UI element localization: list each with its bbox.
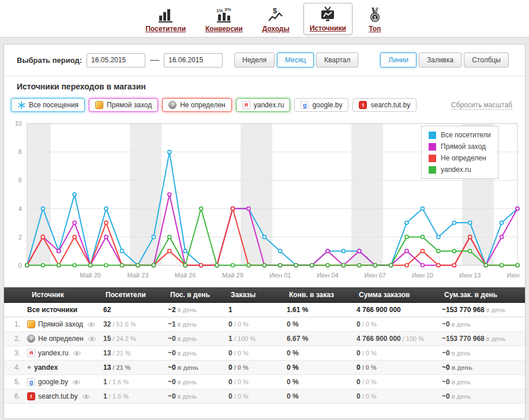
tab-label: Источники: [310, 24, 346, 32]
svg-text:Июн 04: Июн 04: [317, 272, 338, 279]
col-header-order-sum[interactable]: Сумма заказов: [357, 291, 442, 299]
google-icon: [301, 101, 309, 109]
percent-chart-icon: 1%3%: [215, 6, 232, 24]
source-name: google.by: [38, 378, 68, 386]
svg-text:Июн 13: Июн 13: [459, 272, 481, 279]
svg-text:6: 6: [18, 177, 22, 183]
legend-swatch: [429, 166, 436, 174]
eye-icon[interactable]: [73, 351, 81, 356]
view-bars-button[interactable]: Столбцы: [464, 52, 509, 68]
range-month-button[interactable]: Месяц: [277, 52, 314, 68]
chip-label: search.tut.by: [370, 101, 410, 109]
expand-toggle[interactable]: +: [27, 363, 31, 372]
tab-top[interactable]: 1 Топ: [361, 4, 389, 35]
reset-zoom-link[interactable]: Сбросить масштаб: [451, 101, 512, 110]
legend-swatch: [429, 132, 436, 139]
asterisk-icon: [17, 101, 25, 109]
view-lines-button[interactable]: Линии: [380, 52, 417, 68]
chart: 0246810Май 20Май 23Май 26Май 29Июн 01Июн…: [7, 118, 522, 283]
chip-label: yandex.ru: [254, 101, 284, 109]
sources-screen-icon: [319, 6, 336, 23]
tutby-icon: [359, 101, 367, 109]
table-row-tutby: 6. search.tut.by 1/ 1.6 % ~0в день 0/ 0 …: [4, 389, 525, 404]
eye-icon[interactable]: [72, 380, 81, 385]
svg-text:3%: 3%: [224, 7, 231, 12]
filter-chip-google[interactable]: google.by: [294, 98, 348, 112]
range-quarter-button[interactable]: Квартал: [316, 52, 358, 68]
row-number: 1.: [4, 320, 27, 328]
svg-text:8: 8: [18, 148, 22, 155]
legend-swatch: [429, 143, 436, 151]
svg-text:Май 26: Май 26: [175, 272, 196, 279]
filter-chip-all-visits[interactable]: Все посещения: [11, 98, 85, 112]
chart-legend: Все посетителиПрямой заходНе определенya…: [421, 126, 498, 179]
svg-text:1: 1: [373, 15, 376, 21]
legend-label: Все посетители: [441, 131, 491, 139]
col-header-per-day[interactable]: Пос. в день: [168, 291, 228, 299]
range-button-group: Неделя Месяц Квартал: [234, 52, 358, 68]
chip-label: Прямой заход: [107, 101, 152, 109]
filter-chip-yandex[interactable]: yandex.ru: [236, 98, 291, 112]
table-row-google: 5. google.by 1/ 1.6 % ~0в день 0/ 0 % 0 …: [4, 375, 525, 389]
row-number: 4.: [4, 363, 27, 372]
svg-text:Июн 10: Июн 10: [412, 272, 433, 279]
orders-value: 1: [228, 306, 232, 314]
tutby-icon: [27, 392, 35, 400]
table-row-all-sources: Все источники 62 ~2в день 1 1.61 % 4 766…: [4, 303, 525, 317]
col-header-visitors[interactable]: Посетители: [103, 291, 168, 299]
col-header-sum-per-day[interactable]: Сум.зак. в день: [442, 291, 525, 299]
filter-chip-direct[interactable]: Прямой заход: [89, 98, 158, 112]
question-icon: [168, 101, 177, 109]
svg-text:1%: 1%: [216, 8, 223, 13]
col-header-conversion[interactable]: Конв. в заказ: [287, 291, 357, 299]
svg-text:Май 23: Май 23: [127, 272, 149, 279]
tab-income[interactable]: $ Доходы: [257, 4, 295, 35]
date-to-input[interactable]: [164, 53, 223, 68]
legend-item: yandex.ru: [429, 166, 491, 174]
svg-text:Июн 01: Июн 01: [269, 272, 291, 279]
chart-view-button-group: Линии Заливка Столбцы: [380, 52, 509, 68]
eye-icon[interactable]: [88, 336, 96, 342]
date-range-separator: —: [150, 55, 159, 65]
source-name: yandex.ru: [38, 349, 69, 357]
order-sum-value: 4 766 900 000: [357, 306, 401, 314]
period-label: Выбрать период:: [17, 56, 82, 65]
source-name: Не определен: [38, 335, 84, 343]
eye-icon[interactable]: [87, 322, 96, 327]
per-day-value: ~2: [168, 306, 176, 314]
direct-visit-icon: [95, 101, 103, 109]
tab-visitors[interactable]: Посетители: [140, 4, 192, 35]
eye-icon[interactable]: [82, 394, 91, 399]
svg-text:10: 10: [15, 120, 22, 127]
svg-text:2: 2: [18, 234, 22, 241]
table-row-yandex-group: 4. + yandex 13/ 21 % ~0в день 0/ 0 % 0 %…: [4, 361, 525, 375]
page-title: Источники переходов в магазин: [4, 82, 525, 91]
question-icon: [27, 335, 35, 343]
view-area-button[interactable]: Заливка: [419, 52, 462, 68]
tab-sources[interactable]: Источники: [303, 3, 352, 35]
date-from-input[interactable]: [87, 53, 145, 68]
legend-item: Все посетители: [429, 131, 491, 139]
top-navigation: Посетители 1%3% Конверсии $ Доходы Источ…: [0, 0, 529, 38]
col-header-orders[interactable]: Заказы: [228, 291, 287, 299]
table-row-undefined: 2. Не определен 15/ 24.2 % ~0в день 1/ 1…: [4, 332, 525, 346]
tab-conversions[interactable]: 1%3% Конверсии: [200, 4, 249, 35]
legend-swatch: [429, 155, 436, 162]
filter-chip-tutby[interactable]: search.tut.by: [352, 98, 417, 112]
legend-label: Не определен: [441, 154, 486, 162]
table-row-direct: 1. Прямой заход 32/ 51.6 % ~1в день 0/ 0…: [4, 317, 525, 332]
conversion-value: 1.61 %: [287, 306, 308, 314]
col-header-source[interactable]: Источник: [27, 291, 103, 299]
range-week-button[interactable]: Неделя: [234, 52, 275, 68]
yandex-icon: [242, 101, 250, 109]
legend-label: Прямой заход: [441, 142, 486, 151]
filter-chip-undefined[interactable]: Не определен: [162, 98, 232, 112]
svg-text:4: 4: [18, 205, 22, 212]
source-filter-row: Все посещения Прямой заход Не определен …: [4, 98, 525, 112]
source-name: yandex: [34, 363, 58, 372]
tab-label: Конверсии: [205, 25, 243, 33]
row-number: 5.: [4, 378, 27, 386]
row-number: 2.: [4, 335, 27, 343]
sum-per-day-value: ~153 770 968: [442, 306, 485, 314]
main-panel: Выбрать период: — Неделя Месяц Квартал Л…: [3, 44, 526, 419]
